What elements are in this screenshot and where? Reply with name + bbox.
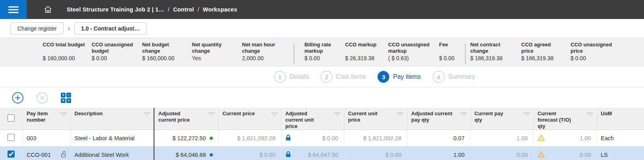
cell-current-forecast-qty: 1.00 <box>533 130 597 147</box>
contract-adjustment-tab[interactable]: 1.0 - Contract adjust… <box>74 22 146 34</box>
table-row[interactable]: 003 Steel - Labor & Material $ 122,272.5… <box>0 130 644 147</box>
col-adjusted-current-pay-qty[interactable]: Adjusted current pay qty <box>407 108 470 130</box>
lock-icon <box>285 151 291 158</box>
pay-items-table: Pay item number Description Adjusted cur… <box>0 108 644 160</box>
add-row-icon[interactable] <box>12 92 24 104</box>
chevron-right-icon: › <box>68 25 70 32</box>
filter-icon[interactable] <box>396 112 404 118</box>
cell-adjusted-current-pay-qty: 0.07 <box>407 130 470 147</box>
filter-icon[interactable] <box>460 112 468 118</box>
step-pay-items[interactable]: 3 Pay items <box>377 71 421 83</box>
breadcrumb-separator: / <box>197 6 199 13</box>
summary-stats-bar: CCO total budget $ 160,000.00 CCO unassi… <box>0 38 644 67</box>
stat-cco-unassigned-markup: CCO unassigned markup ( $ 0.63) <box>388 42 439 66</box>
unlock-icon <box>61 151 67 159</box>
stat-net-quantity-change: Net quantity change Yes <box>192 42 242 66</box>
status-dot-green <box>210 137 213 140</box>
col-adjusted-current-price[interactable]: Adjusted current price <box>154 108 218 130</box>
step-summary[interactable]: 4 Summary <box>433 71 475 83</box>
breadcrumb: Steel Structure Training Job 2 | 1… / Co… <box>67 6 237 13</box>
stat-cco-unassigned-budget: CCO unassigned budget $ 0.00 <box>92 42 142 66</box>
table-header-row: Pay item number Description Adjusted cur… <box>0 108 644 130</box>
cell-current-pay-qty: 1.00 <box>470 130 533 147</box>
step-cost-items[interactable]: 2 Cost items <box>321 71 366 83</box>
cell-current-unit-price: $ 1,821,092.28 <box>344 130 407 147</box>
col-description[interactable]: Description <box>70 108 154 130</box>
filter-icon[interactable] <box>523 112 531 118</box>
wizard-step-bar: 1 Details 2 Cost items 3 Pay items 4 Sum… <box>0 67 644 87</box>
row-checkbox[interactable] <box>8 134 15 141</box>
warning-icon <box>537 134 545 142</box>
cell-adjusted-current-pay-qty: 1.00 <box>407 147 470 160</box>
stats-divider <box>465 44 466 64</box>
grid-toolbar: + − × ÷ <box>0 87 644 108</box>
col-current-forecast-qty[interactable]: Current forecast (T/O) qty <box>533 108 597 130</box>
filter-icon[interactable] <box>333 112 341 118</box>
cell-adjusted-current-unit-price: $ 0.00 <box>281 130 344 147</box>
filter-icon[interactable] <box>143 112 151 118</box>
cell-current-forecast-qty: 0.00 <box>533 147 597 160</box>
row-checkbox-cell <box>0 147 23 160</box>
breadcrumb-section[interactable]: Control <box>173 6 194 13</box>
breadcrumb-separator: / <box>168 6 169 13</box>
filter-icon[interactable] <box>208 112 216 118</box>
col-current-unit-price[interactable]: Current unit price <box>344 108 407 130</box>
col-current-pay-qty[interactable]: Current pay qty <box>470 108 533 130</box>
cell-pay-item-number: 003 <box>23 130 70 147</box>
filter-icon[interactable] <box>60 112 68 118</box>
select-all-checkbox-cell <box>0 108 23 130</box>
cell-current-price: $ 1,821,092.28 <box>218 130 281 147</box>
step-details[interactable]: 1 Details <box>274 71 309 83</box>
cell-current-unit-price: $ 0.00 <box>344 147 407 160</box>
stat-fee: Fee $ 0.00 <box>439 42 465 66</box>
cell-current-pay-qty: 0.00 <box>470 147 533 160</box>
row-checkbox-cell <box>0 130 23 147</box>
filter-icon[interactable] <box>586 112 594 118</box>
cell-uom: LS <box>597 147 644 160</box>
cell-pay-item-number: CCO-001 <box>23 147 70 160</box>
change-register-button[interactable]: Change register <box>11 22 64 34</box>
stat-net-man-hour-change: Net man hour change 2,000.00 <box>242 42 294 66</box>
table-row[interactable]: CCO-001 Additional Steel Work $ 64,046.8… <box>0 147 644 160</box>
cell-adjusted-current-price: $ 122,272.50 <box>154 130 218 147</box>
row-checkbox[interactable] <box>8 150 15 158</box>
cell-current-price: $ 0.00 <box>218 147 281 160</box>
stat-net-budget-change: Net budget change $ 160,000.00 <box>142 42 192 66</box>
register-bar: Change register › 1.0 - Contract adjust… <box>0 19 644 38</box>
col-uom[interactable]: UoM <box>597 108 644 130</box>
stat-cco-unassigned-price: CCO unassigned price $ 0.00 <box>571 42 626 66</box>
cell-description: Steel - Labor & Material <box>70 130 154 147</box>
cancel-icon[interactable] <box>36 92 48 104</box>
top-navigation-bar: Steel Structure Training Job 2 | 1… / Co… <box>0 0 644 19</box>
col-current-price[interactable]: Current price <box>218 108 281 130</box>
home-icon[interactable] <box>43 5 53 14</box>
breadcrumb-project[interactable]: Steel Structure Training Job 2 | 1… <box>67 6 164 13</box>
hamburger-menu-icon[interactable] <box>0 0 27 19</box>
status-dot-blue <box>210 153 213 156</box>
cell-uom: Each <box>597 130 644 147</box>
stat-cco-markup: CCO markup $ 26,319.38 <box>345 42 388 66</box>
warning-icon <box>537 151 545 159</box>
col-pay-item-number[interactable]: Pay item number <box>23 108 70 130</box>
col-adjusted-current-unit-price[interactable]: Adjusted current unit price <box>281 108 344 130</box>
filter-icon[interactable] <box>270 112 278 118</box>
stat-cco-total-budget: CCO total budget $ 160,000.00 <box>43 42 92 66</box>
lock-icon <box>285 134 291 142</box>
select-all-checkbox[interactable] <box>8 114 15 122</box>
breadcrumb-page[interactable]: Workspaces <box>203 6 237 13</box>
cell-adjusted-current-price: $ 64,046.88 <box>154 147 218 160</box>
math-operations-icon[interactable]: + − × ÷ <box>61 93 71 103</box>
stat-cco-agreed-price: CCO agreed price $ 186,319.38 <box>521 42 571 66</box>
cell-adjusted-current-unit-price: $ 64,047.50 <box>281 147 344 160</box>
cell-description: Additional Steel Work <box>70 147 154 160</box>
stat-billing-rate-markup: Billing rate markup $ 0.00 <box>304 42 345 66</box>
stats-divider <box>294 44 294 64</box>
stat-net-contract-change: Net contract change $ 186,319.38 <box>470 42 521 66</box>
